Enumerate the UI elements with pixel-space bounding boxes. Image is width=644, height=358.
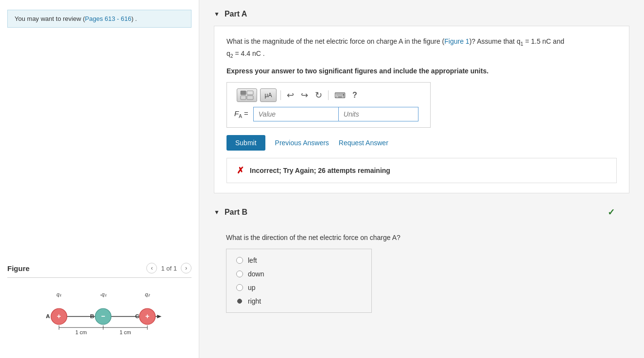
toolbar-sep-2: [328, 90, 329, 100]
option-down[interactable]: down: [236, 270, 362, 278]
part-a-toggle[interactable]: ▼: [214, 11, 220, 17]
figure-nav: ‹ 1 of 1 ›: [146, 263, 191, 273]
undo-button[interactable]: ↩: [285, 89, 296, 102]
option-left-label: left: [248, 256, 257, 264]
diagram-container: q₁ -q₁ q₂ + A − B + C: [7, 285, 191, 343]
svg-rect-23: [241, 96, 246, 100]
part-a-section: ▼ Part A What is the magnitude of the ne…: [214, 10, 629, 193]
help-button[interactable]: ?: [350, 90, 359, 101]
svg-marker-4: [157, 315, 161, 318]
figure-header: Figure ‹ 1 of 1 ›: [7, 263, 191, 278]
keyboard-button[interactable]: ⌨: [332, 90, 348, 101]
review-link[interactable]: Pages 613 - 616: [85, 15, 131, 22]
svg-text:−: −: [101, 312, 105, 320]
units-input[interactable]: [338, 107, 418, 121]
left-panel: You may want to review (Pages 613 - 616)…: [0, 0, 199, 358]
submit-button[interactable]: Submit: [226, 135, 265, 151]
svg-rect-21: [241, 91, 246, 95]
option-left[interactable]: left: [236, 256, 362, 264]
review-text: You may want to review (: [15, 15, 85, 22]
option-right[interactable]: right: [236, 297, 362, 305]
part-b-question: What is the direction of the net electri…: [226, 234, 617, 241]
part-b-section: ▼ Part B ✓ What is the direction of the …: [214, 208, 629, 323]
svg-text:1 cm: 1 cm: [75, 329, 87, 335]
figure-link[interactable]: Figure 1: [444, 37, 469, 45]
error-box: ✗ Incorrect; Try Again; 26 attempts rema…: [226, 158, 617, 183]
request-answer-link[interactable]: Request Answer: [339, 139, 388, 147]
q-text-4: q: [226, 50, 230, 57]
figure-section: Figure ‹ 1 of 1 › q₁ -q₁ q₂ + A: [7, 263, 191, 343]
radio-right: [237, 299, 242, 304]
error-icon: ✗: [237, 165, 244, 176]
part-a-question: What is the magnitude of the net electri…: [226, 36, 617, 60]
mu-button[interactable]: μA: [260, 88, 277, 102]
option-up-label: up: [248, 284, 256, 291]
svg-rect-24: [247, 96, 253, 100]
error-text: Incorrect; Try Again; 26 attempts remain…: [250, 167, 390, 174]
part-a-content: What is the magnitude of the net electri…: [214, 26, 629, 193]
fa-label: FA =: [234, 109, 248, 119]
option-up[interactable]: up: [236, 284, 362, 291]
value-input[interactable]: [253, 107, 338, 121]
part-b-content: What is the direction of the net electri…: [214, 224, 629, 323]
review-text-end: ) .: [131, 15, 137, 22]
refresh-button[interactable]: ↻: [313, 89, 324, 102]
q-text-3: = 1.5 nC and: [523, 37, 564, 45]
input-row: FA =: [234, 107, 423, 121]
option-down-label: down: [248, 270, 264, 278]
part-b-toggle[interactable]: ▼: [214, 209, 220, 216]
option-right-label: right: [248, 297, 261, 305]
figure-prev-button[interactable]: ‹: [146, 263, 157, 273]
diagram-svg: q₁ -q₁ q₂ + A − B + C: [22, 290, 177, 339]
instruction-text: Express your answer to two significant f…: [226, 67, 617, 75]
svg-text:A: A: [46, 313, 50, 320]
toolbar: μA ↩ ↪ ↻ ⌨ ?: [234, 88, 423, 102]
svg-rect-22: [247, 91, 253, 95]
q-text-2: )? Assume that q: [470, 37, 521, 45]
previous-answers-link[interactable]: Previous Answers: [275, 139, 329, 147]
svg-text:q₂: q₂: [145, 291, 150, 297]
part-b-label: Part B: [225, 208, 247, 217]
part-a-label: Part A: [225, 10, 247, 18]
redo-button[interactable]: ↪: [299, 89, 310, 102]
right-panel: ▼ Part A What is the magnitude of the ne…: [199, 0, 644, 358]
toolbar-sep-1: [280, 90, 281, 100]
answer-box: μA ↩ ↪ ↻ ⌨ ? FA =: [226, 82, 431, 128]
figure-next-button[interactable]: ›: [181, 263, 191, 273]
part-b-header: ▼ Part B ✓: [214, 208, 629, 217]
radio-left: [236, 257, 243, 264]
figure-page-label: 1 of 1: [161, 265, 177, 272]
part-a-header: ▼ Part A: [214, 10, 629, 18]
part-b-checkmark: ✓: [608, 207, 625, 218]
figure-title: Figure: [7, 264, 30, 273]
q-text-5: = 4.4 nC .: [233, 50, 265, 57]
q-text-1: What is the magnitude of the net electri…: [226, 37, 444, 45]
radio-down: [236, 271, 243, 277]
svg-text:C: C: [135, 313, 139, 320]
review-box: You may want to review (Pages 613 - 616)…: [7, 10, 191, 28]
svg-text:+: +: [57, 312, 61, 320]
options-box: left down up right: [226, 249, 372, 313]
grid-button[interactable]: [237, 88, 257, 102]
svg-text:q₁: q₁: [56, 291, 61, 297]
radio-up: [236, 284, 243, 291]
action-row: Submit Previous Answers Request Answer: [226, 135, 617, 151]
svg-text:1 cm: 1 cm: [119, 329, 131, 335]
svg-text:B: B: [90, 313, 94, 320]
svg-text:+: +: [145, 312, 149, 320]
svg-text:-q₁: -q₁: [100, 291, 106, 297]
